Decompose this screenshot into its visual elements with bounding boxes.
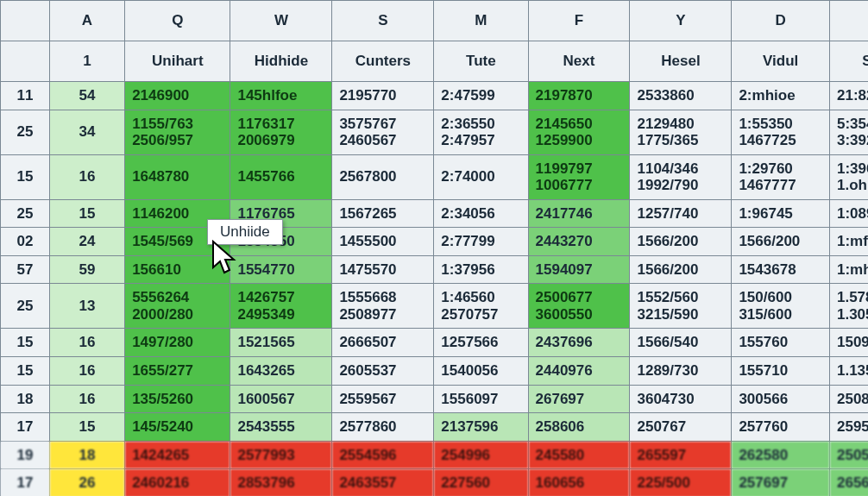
data-cell[interactable]: 1600567 [230, 385, 332, 413]
table-body[interactable]: 11542146900145hlfoe21957702:475992197870… [1, 82, 869, 497]
column-subheader[interactable]: Tute [434, 41, 528, 82]
data-cell[interactable]: 1555668 2508977 [332, 284, 434, 329]
col-a-cell[interactable]: 54 [49, 82, 124, 110]
data-cell[interactable]: 1424265 [125, 441, 230, 469]
col-a-cell[interactable]: 16 [49, 329, 124, 357]
data-cell[interactable]: 225/500 [630, 469, 732, 496]
data-cell[interactable]: 2137596 [434, 413, 528, 442]
data-cell[interactable]: 3575767 2460567 [332, 110, 434, 154]
row-number[interactable]: 17 [1, 413, 50, 442]
data-cell[interactable]: 3604730 [630, 385, 732, 413]
data-cell[interactable]: 2577993 [230, 441, 332, 469]
col-a-cell[interactable]: 16 [49, 154, 124, 199]
row-number[interactable]: 11 [1, 82, 50, 110]
data-cell[interactable]: 2554596 [332, 441, 434, 469]
data-cell[interactable]: 1:29760 1467777 [732, 154, 830, 199]
data-cell[interactable]: 1:39654 1.ohbet [829, 154, 868, 199]
data-cell[interactable]: 2145650 1259900 [528, 110, 630, 154]
data-cell[interactable]: 1648780 [125, 154, 230, 199]
data-cell[interactable]: 245580 [528, 441, 630, 469]
data-cell[interactable]: 1497/280 [125, 329, 230, 357]
column-letter-row[interactable]: AQWSMFYDG [1, 1, 869, 41]
data-cell[interactable]: 155760 [732, 329, 830, 357]
data-cell[interactable]: 1556097 [434, 385, 528, 413]
table-row[interactable]: 25151146200117676515672652:3405624177461… [1, 199, 869, 228]
data-cell[interactable]: 1:37956 [434, 255, 528, 284]
data-cell[interactable]: 1455766 [230, 154, 332, 199]
column-header[interactable]: W [230, 1, 332, 41]
row-number[interactable]: 25 [1, 110, 50, 154]
data-cell[interactable]: 1199797 1006777 [528, 154, 630, 199]
data-cell[interactable]: 160656 [528, 469, 630, 496]
table-row[interactable]: 15161655/2771643265260553715400562440976… [1, 357, 869, 386]
col-a-cell[interactable]: 24 [49, 228, 124, 256]
column-header[interactable]: A [49, 1, 124, 41]
row-number[interactable]: 17 [1, 469, 50, 496]
data-cell[interactable]: 2853796 [230, 469, 332, 496]
data-cell[interactable]: 265597 [630, 441, 732, 469]
column-subheader[interactable]: Unihart [125, 41, 230, 82]
data-cell[interactable]: 2500677 3600550 [528, 284, 630, 329]
data-cell[interactable]: 2440976 [528, 357, 630, 386]
data-cell[interactable]: 1475570 [332, 255, 434, 284]
data-cell[interactable]: 250556 [829, 441, 868, 469]
data-cell[interactable]: 1540056 [434, 357, 528, 386]
col-a-cell[interactable]: 34 [49, 110, 124, 154]
column-subheader[interactable]: Vidul [732, 41, 830, 82]
data-cell[interactable]: 2146900 [125, 82, 230, 110]
data-cell[interactable]: 135/5260 [125, 385, 230, 413]
data-cell[interactable]: 2:47599 [434, 82, 528, 110]
table-row[interactable]: 15161648780145576625678002:740001199797 … [1, 154, 869, 199]
col-a-cell[interactable]: 59 [49, 255, 124, 284]
table-row[interactable]: 5759156610155477014755701:37956159409715… [1, 255, 869, 284]
data-cell[interactable]: 2197870 [528, 82, 630, 110]
data-cell[interactable]: 1552/560 3215/590 [630, 284, 732, 329]
data-cell[interactable]: 2463557 [332, 469, 434, 496]
data-cell[interactable]: 259565 [829, 413, 868, 442]
data-cell[interactable]: 2:74000 [434, 154, 528, 199]
column-subheader[interactable]: Cunters [332, 41, 434, 82]
data-cell[interactable]: 2533860 [630, 82, 732, 110]
data-cell[interactable]: 1566/540 [630, 329, 732, 357]
data-cell[interactable]: 2:36550 2:47957 [434, 110, 528, 154]
column-header[interactable]: Y [630, 1, 732, 41]
column-header[interactable] [1, 1, 50, 41]
col-a-cell[interactable]: 18 [49, 441, 124, 469]
data-cell[interactable]: 257697 [732, 469, 830, 496]
column-subheader[interactable]: Hesel [630, 41, 732, 82]
data-cell[interactable]: 257760 [732, 413, 830, 442]
col-a-cell[interactable]: 15 [49, 413, 124, 442]
table-row[interactable]: 25135556264 2000/2801426757 249534915556… [1, 284, 869, 329]
data-cell[interactable]: 156610 [125, 255, 230, 284]
data-cell[interactable]: 1543678 [732, 255, 830, 284]
table-row[interactable]: 15161497/2801521565266650712575662437696… [1, 329, 869, 357]
data-cell[interactable]: 1:96745 [732, 199, 830, 228]
row-number[interactable]: 57 [1, 255, 50, 284]
data-cell[interactable]: 1566/200 [732, 228, 830, 256]
data-cell[interactable]: 2417746 [528, 199, 630, 228]
row-number[interactable]: 18 [1, 385, 50, 413]
data-cell[interactable]: 1.57815 1.30597 [829, 284, 868, 329]
data-cell[interactable]: 150/600 315/600 [732, 284, 830, 329]
data-cell[interactable]: 2559567 [332, 385, 434, 413]
row-number[interactable]: 25 [1, 199, 50, 228]
data-cell[interactable]: 1176317 2006979 [230, 110, 332, 154]
data-cell[interactable]: 2443270 [528, 228, 630, 256]
data-cell[interactable]: 1521565 [230, 329, 332, 357]
data-cell[interactable]: 1104/346 1992/790 [630, 154, 732, 199]
spreadsheet-table[interactable]: AQWSMFYDG 1UnihartHidhideCuntersTuteNext… [0, 0, 868, 496]
data-cell[interactable]: 1:mfied [829, 228, 868, 256]
data-cell[interactable]: 155710 [732, 357, 830, 386]
table-row[interactable]: 25341155/763 2506/9571176317 20069793575… [1, 110, 869, 154]
data-cell[interactable]: 2129480 1775/365 [630, 110, 732, 154]
data-cell[interactable]: 2543555 [230, 413, 332, 442]
data-cell[interactable]: 267697 [528, 385, 630, 413]
data-cell[interactable]: 250767 [630, 413, 732, 442]
data-cell[interactable]: 2577860 [332, 413, 434, 442]
column-header[interactable]: G [829, 1, 868, 41]
data-cell[interactable]: 2195770 [332, 82, 434, 110]
data-cell[interactable]: 2:77799 [434, 228, 528, 256]
col-a-cell[interactable]: 15 [49, 199, 124, 228]
row-number[interactable]: 15 [1, 329, 50, 357]
data-cell[interactable]: 2567800 [332, 154, 434, 199]
